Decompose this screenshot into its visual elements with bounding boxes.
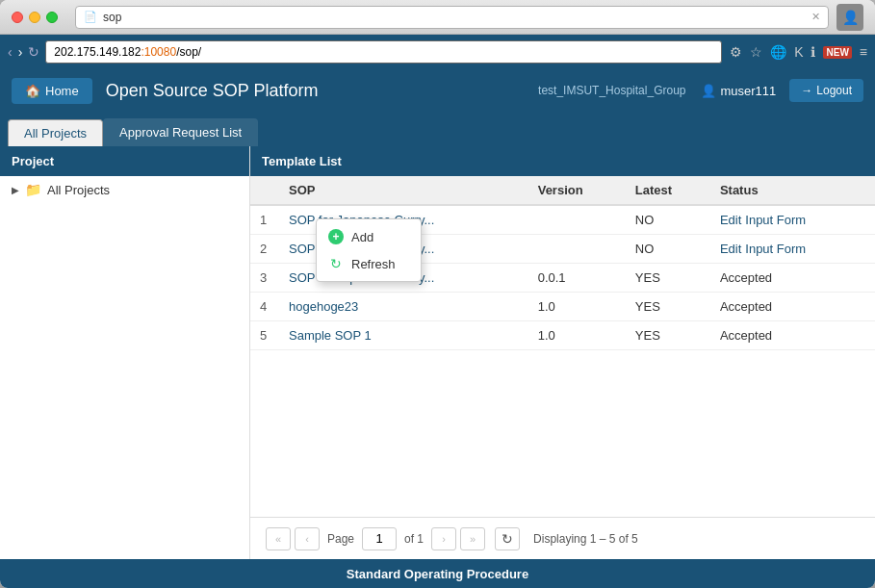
main-panel: Template List SOP Version Latest Status	[250, 146, 875, 559]
first-page-button[interactable]: «	[266, 527, 291, 550]
cell-status: Accepted	[710, 321, 875, 350]
tab-title: sop	[103, 11, 121, 24]
url-port: :10080	[141, 45, 176, 59]
content-area: Project ▶ 📁 All Projects Template List S…	[0, 146, 875, 559]
col-status: Status	[710, 176, 875, 205]
username-display: 👤 muser111	[701, 84, 776, 98]
minimize-button[interactable]	[29, 12, 40, 23]
cell-version: 1.0	[528, 321, 626, 350]
menu-icon[interactable]: ≡	[860, 44, 867, 60]
logout-button[interactable]: → Logout	[789, 79, 863, 102]
cell-sop: hogehoge23	[279, 293, 528, 321]
cell-latest: YES	[626, 293, 710, 321]
table-row: 5Sample SOP 11.0YESAccepted	[250, 321, 875, 350]
nav-arrows: ‹ › ↻	[8, 44, 39, 60]
tab-close-icon[interactable]: ✕	[811, 11, 820, 23]
user-group: test_IMSUT_Hospital_Group	[538, 84, 685, 97]
of-label: of 1	[404, 532, 424, 546]
cell-status: EditInput Form	[710, 205, 875, 235]
next-page-button[interactable]: ›	[431, 527, 456, 550]
new-icon: NEW	[823, 46, 851, 59]
col-sop: SOP	[279, 176, 528, 205]
sidebar: Project ▶ 📁 All Projects	[0, 146, 250, 559]
url-bar[interactable]: 202.175.149.182:10080/sop/	[45, 40, 722, 64]
sidebar-item-all-projects[interactable]: ▶ 📁 All Projects	[0, 176, 249, 203]
profile-icon: 👤	[836, 4, 863, 31]
table-wrap: SOP Version Latest Status 1SOP for Japan…	[250, 176, 875, 517]
table-row: 4hogehoge231.0YESAccepted	[250, 293, 875, 321]
translate-icon[interactable]: 🌐	[770, 44, 786, 60]
tab-approval-request-list[interactable]: Approval Request List	[103, 118, 258, 146]
traffic-lights	[12, 12, 58, 23]
input-form-link[interactable]: Input Form	[745, 242, 806, 256]
cell-latest: YES	[626, 321, 710, 350]
displaying-text: Displaying 1 – 5 of 5	[533, 532, 638, 546]
refresh-nav-icon[interactable]: ↻	[28, 44, 39, 60]
back-arrow[interactable]: ‹	[8, 44, 13, 60]
main-tab-bar: All Projects Approval Request List	[0, 112, 875, 146]
browser-toolbar-icons: ⚙ ☆ 🌐 K ℹ NEW ≡	[730, 44, 867, 60]
home-button[interactable]: 🏠 Home	[12, 78, 92, 104]
col-num	[250, 176, 279, 205]
cell-latest: YES	[626, 264, 710, 293]
cell-version: 1.0	[528, 293, 626, 321]
sidebar-item-label: All Projects	[47, 183, 110, 197]
browser-window: 📄 sop ✕ 👤 ‹ › ↻ 202.175.149.182:10080/so…	[0, 0, 875, 588]
table-refresh-button[interactable]: ↻	[495, 527, 520, 550]
add-icon: +	[328, 229, 344, 244]
edit-link[interactable]: Edit	[720, 242, 741, 256]
home-icon: 🏠	[25, 84, 40, 98]
cell-version: 0.0.1	[528, 264, 626, 293]
tab-page-icon: 📄	[84, 11, 97, 23]
logout-icon: →	[801, 84, 812, 97]
info-icon[interactable]: ℹ	[811, 44, 815, 60]
pagination-bar: « ‹ Page of 1 › » ↻ Displaying 1 – 5 of …	[250, 517, 875, 559]
expand-arrow-icon: ▶	[12, 185, 19, 195]
cell-status: Accepted	[710, 293, 875, 321]
tab-bar: 📄 sop ✕	[75, 6, 829, 29]
col-latest: Latest	[626, 176, 710, 205]
edit-link[interactable]: Edit	[720, 213, 741, 227]
refresh-label: Refresh	[351, 257, 396, 271]
devtools-icon[interactable]: ⚙	[730, 44, 742, 60]
cell-version	[528, 205, 626, 235]
maximize-button[interactable]	[46, 12, 58, 23]
nav-bar: ‹ › ↻ 202.175.149.182:10080/sop/ ⚙ ☆ 🌐 K…	[0, 35, 875, 69]
forward-arrow[interactable]: ›	[18, 44, 23, 60]
cell-num: 2	[250, 235, 279, 264]
cell-num: 5	[250, 321, 279, 350]
tab-all-projects[interactable]: All Projects	[8, 119, 103, 146]
footer: Standard Operating Procedure	[0, 559, 875, 588]
url-text: 202.175.149.182:10080/sop/	[54, 45, 201, 59]
title-bar: 📄 sop ✕ 👤	[0, 0, 875, 35]
app-header: 🏠 Home Open Source SOP Platform test_IMS…	[0, 69, 875, 112]
cell-status: EditInput Form	[710, 235, 875, 264]
cell-sop: Sample SOP 1	[279, 321, 528, 350]
add-label: Add	[351, 230, 373, 244]
sop-link[interactable]: Sample SOP 1	[289, 328, 372, 343]
page-input[interactable]	[362, 527, 397, 550]
col-version: Version	[528, 176, 626, 205]
sidebar-header: Project	[0, 146, 249, 176]
prev-page-button[interactable]: ‹	[295, 527, 320, 550]
close-button[interactable]	[12, 12, 23, 23]
context-menu-add[interactable]: + Add	[317, 223, 421, 250]
cell-num: 4	[250, 293, 279, 321]
input-form-link[interactable]: Input Form	[745, 213, 806, 227]
app-title: Open Source SOP Platform	[106, 81, 538, 101]
cell-latest: NO	[626, 235, 710, 264]
cell-status: Accepted	[710, 264, 875, 293]
page-label: Page	[327, 532, 354, 546]
sop-link[interactable]: hogehoge23	[289, 299, 358, 314]
context-menu-refresh[interactable]: ↻ Refresh	[317, 250, 421, 277]
user-icon: 👤	[701, 84, 716, 98]
panel-header: Template List	[250, 146, 875, 176]
context-menu: + Add ↻ Refresh	[316, 218, 422, 282]
bookmark-icon[interactable]: ☆	[750, 44, 762, 60]
refresh-icon: ↻	[328, 256, 344, 271]
table-header-row: SOP Version Latest Status	[250, 176, 875, 205]
footer-text: Standard Operating Procedure	[347, 567, 528, 581]
cell-version	[528, 235, 626, 264]
last-page-button[interactable]: »	[460, 527, 485, 550]
cell-num: 3	[250, 264, 279, 293]
